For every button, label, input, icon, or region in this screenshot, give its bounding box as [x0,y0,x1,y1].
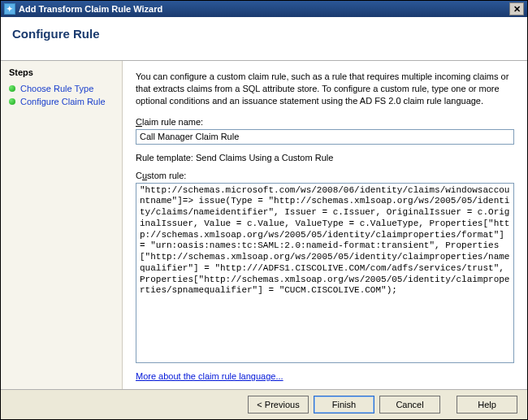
finish-button[interactable]: Finish [314,396,374,414]
rule-template-label: Rule template: Send Claims Using a Custo… [136,153,514,162]
step-bullet-icon [9,98,15,105]
steps-sidebar: Steps Choose Rule Type Configure Claim R… [1,61,123,389]
page-title: Configure Rule [12,27,516,41]
wizard-window: ✦ Add Transform Claim Rule Wizard ✕ Conf… [0,0,528,420]
steps-label: Steps [1,66,122,82]
custom-rule-label: Custom rule: [136,171,514,180]
previous-button[interactable]: < Previous [248,396,309,414]
step-choose-rule-type[interactable]: Choose Rule Type [1,82,122,95]
close-icon[interactable]: ✕ [509,2,524,15]
rule-name-input[interactable] [136,129,514,145]
cancel-button[interactable]: Cancel [379,396,440,414]
step-configure-claim-rule[interactable]: Configure Claim Rule [1,95,122,108]
main-panel: You can configure a custom claim rule, s… [123,61,527,389]
claim-language-link[interactable]: More about the claim rule language... [136,371,514,381]
wizard-icon: ✦ [4,3,15,15]
window-title: Add Transform Claim Rule Wizard [19,4,162,14]
step-bullet-icon [9,85,15,92]
description-text: You can configure a custom claim rule, s… [136,71,514,107]
help-button[interactable]: Help [457,396,517,414]
titlebar: ✦ Add Transform Claim Rule Wizard ✕ [1,1,527,17]
step-label: Choose Rule Type [20,84,93,93]
custom-rule-textarea[interactable] [136,183,514,363]
page-header: Configure Rule [1,17,527,61]
button-footer: < Previous Finish Cancel Help [1,389,527,419]
body: Steps Choose Rule Type Configure Claim R… [1,61,527,389]
rule-name-label: Claim rule name: [136,117,514,127]
step-label: Configure Claim Rule [20,97,106,106]
